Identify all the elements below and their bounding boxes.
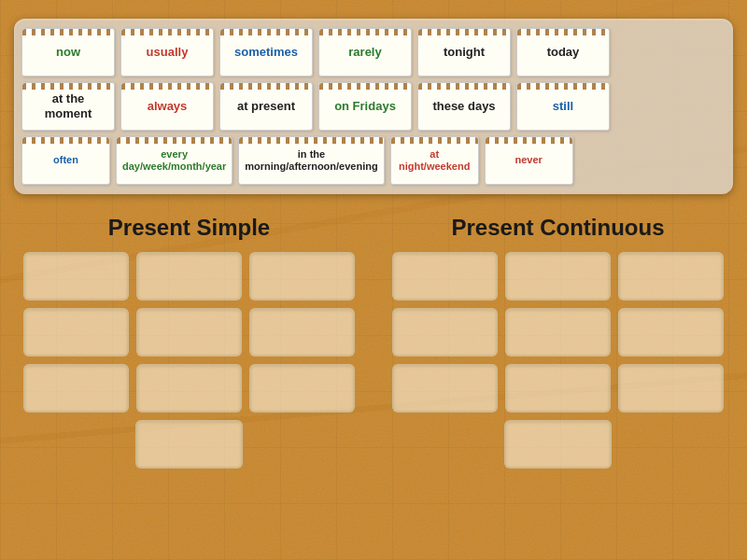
card-now[interactable]: now [21,28,115,77]
drop-zone[interactable] [23,308,129,357]
present-simple-column: Present Simple [23,215,355,469]
drop-zone[interactable] [136,252,242,301]
present-continuous-title: Present Continuous [392,215,724,241]
card-usually[interactable]: usually [120,28,214,77]
drop-zone[interactable] [392,364,498,413]
card-on-fridays[interactable]: on Fridays [318,82,412,131]
card-row-2: at themoment always at present on Friday… [21,82,726,131]
card-tonight[interactable]: tonight [417,28,511,77]
drop-zone[interactable] [392,308,498,357]
card-sometimes[interactable]: sometimes [219,28,313,77]
card-every-day[interactable]: everyday/week/month/year [116,136,233,185]
drop-zone[interactable] [249,252,355,301]
card-these-days[interactable]: these days [417,82,511,131]
drop-zone[interactable] [135,420,242,469]
card-row-1: now usually sometimes rarely tonight tod… [21,28,726,77]
card-still[interactable]: still [516,82,610,131]
card-at-present[interactable]: at present [219,82,313,131]
drop-zone[interactable] [23,364,129,413]
card-at-night[interactable]: atnight/weekend [390,136,479,185]
drop-zone[interactable] [618,308,724,357]
drop-zone[interactable] [618,252,724,301]
present-simple-title: Present Simple [23,215,355,241]
card-today[interactable]: today [516,28,610,77]
card-always[interactable]: always [120,82,214,131]
drop-zone[interactable] [505,364,611,413]
card-at-the-moment[interactable]: at themoment [21,82,115,131]
drop-zone[interactable] [249,364,355,413]
drop-zone[interactable] [23,252,129,301]
drop-zone[interactable] [505,252,611,301]
present-continuous-column: Present Continuous [392,215,724,469]
card-never[interactable]: never [485,136,573,185]
present-continuous-grid [392,252,724,413]
drop-zone[interactable] [504,420,611,469]
card-rarely[interactable]: rarely [318,28,412,77]
drop-zone[interactable] [249,308,355,357]
present-continuous-bottom [392,420,724,469]
drop-section: Present Simple Present Continuous [14,215,733,469]
present-simple-bottom [23,420,355,469]
drop-zone[interactable] [136,364,242,413]
drop-zone[interactable] [618,364,724,413]
card-often[interactable]: often [21,136,110,185]
drop-zone[interactable] [136,308,242,357]
drop-zone[interactable] [505,308,611,357]
card-tray: now usually sometimes rarely tonight tod… [14,19,733,194]
card-in-the-morning[interactable]: in themorning/afternoon/evening [238,136,384,185]
card-row-3: often everyday/week/month/year in themor… [21,136,726,185]
drop-zone[interactable] [392,252,498,301]
present-simple-grid [23,252,355,413]
